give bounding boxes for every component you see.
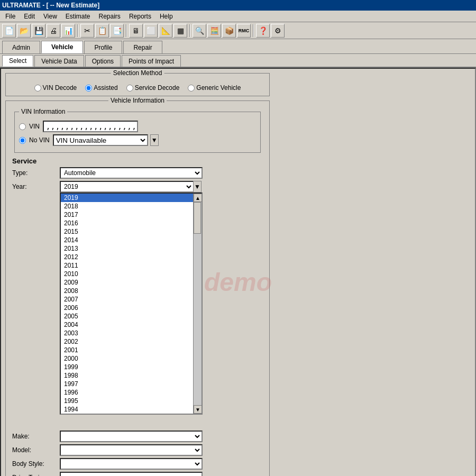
year-item-2000[interactable]: 2000 xyxy=(61,354,193,363)
year-dropdown-arrow[interactable]: ▼ xyxy=(193,181,202,193)
model-dropdown[interactable] xyxy=(60,444,203,456)
year-item-1996[interactable]: 1996 xyxy=(61,388,193,397)
title-text: ULTRAMATE - [ -- New Estimate] xyxy=(2,2,99,9)
year-item-2010[interactable]: 2010 xyxy=(61,270,193,278)
year-item-1995[interactable]: 1995 xyxy=(61,397,193,405)
menu-repairs[interactable]: Repairs xyxy=(95,12,125,21)
type-control: Automobile Motorcycle Truck Van SUV xyxy=(60,167,263,179)
toolbar-package[interactable]: 📦 xyxy=(222,24,236,38)
year-item-2015[interactable]: 2015 xyxy=(61,227,193,236)
toolbar-search[interactable]: 🔍 xyxy=(193,24,206,38)
no-vin-radio-input[interactable] xyxy=(19,137,26,144)
type-label: Type: xyxy=(12,169,60,177)
drive-train-dropdown[interactable] xyxy=(60,472,203,476)
menu-edit[interactable]: Edit xyxy=(20,12,39,21)
radio-no-vin[interactable] xyxy=(19,137,26,144)
radio-service-decode[interactable]: Service Decode xyxy=(126,84,180,91)
no-vin-label: No VIN xyxy=(29,136,50,144)
type-dropdown[interactable]: Automobile Motorcycle Truck Van SUV xyxy=(60,167,203,179)
year-item-2014[interactable]: 2014 xyxy=(61,236,193,244)
toolbar-paste[interactable]: 📑 xyxy=(110,24,124,38)
toolbar-ruler[interactable]: 📐 xyxy=(159,24,172,38)
tab-profile[interactable]: Profile xyxy=(84,41,122,53)
subtab-options[interactable]: Options xyxy=(85,55,121,67)
menu-reports[interactable]: Reports xyxy=(125,12,155,21)
drive-train-row: Drive Train: xyxy=(10,472,265,476)
body-style-dropdown[interactable] xyxy=(60,458,203,470)
year-item-2002[interactable]: 2002 xyxy=(61,337,193,346)
vin-input[interactable] xyxy=(43,121,138,132)
type-row: Type: Automobile Motorcycle Truck Van SU… xyxy=(10,167,265,179)
year-item-1998[interactable]: 1998 xyxy=(61,371,193,380)
year-item-2001[interactable]: 2001 xyxy=(61,346,193,354)
scrollbar-down-arrow[interactable]: ▼ xyxy=(194,405,202,414)
toolbar-rmc[interactable]: RMC xyxy=(237,24,251,38)
year-item-2012[interactable]: 2012 xyxy=(61,253,193,261)
make-dropdown[interactable] xyxy=(60,431,203,442)
scrollbar-up-arrow[interactable]: ▲ xyxy=(194,194,202,202)
menu-help[interactable]: Help xyxy=(155,12,177,21)
year-item-1997[interactable]: 1997 xyxy=(61,380,193,388)
subtab-points-of-impact[interactable]: Points of Impact xyxy=(122,55,181,67)
toolbar-layout[interactable]: ▦ xyxy=(173,24,187,38)
vin-radio-input[interactable] xyxy=(19,123,26,130)
menu-estimate[interactable]: Estimate xyxy=(61,12,95,21)
toolbar-help[interactable]: ❓ xyxy=(256,24,270,38)
toolbar-separator-1 xyxy=(77,24,78,37)
subtab-vehicle-data[interactable]: Vehicle Data xyxy=(34,55,84,67)
year-list[interactable]: 2019 2018 2017 2016 2015 2014 2013 2012 … xyxy=(61,194,193,414)
menu-file[interactable]: File xyxy=(1,12,20,21)
year-item-2004[interactable]: 2004 xyxy=(61,321,193,329)
toolbar-new[interactable]: 📄 xyxy=(2,24,16,38)
year-item-1994[interactable]: 1994 xyxy=(61,405,193,414)
year-item-2019[interactable]: 2019 xyxy=(61,194,193,202)
toolbar-separator-2 xyxy=(126,24,127,37)
year-item-1999[interactable]: 1999 xyxy=(61,363,193,371)
year-item-2016[interactable]: 2016 xyxy=(61,219,193,227)
radio-assisted[interactable]: Assisted xyxy=(85,84,117,91)
year-dropdown-closed[interactable]: 2019 xyxy=(60,181,194,193)
menu-bar: File Edit View Estimate Repairs Reports … xyxy=(0,11,476,22)
toolbar-open[interactable]: 📂 xyxy=(17,24,31,38)
menu-view[interactable]: View xyxy=(39,12,61,21)
tab-admin[interactable]: Admin xyxy=(2,41,40,53)
drive-train-label: Drive Train: xyxy=(12,474,60,476)
toolbar: 📄 📂 💾 🖨 📊 ✂ 📋 📑 🖥 ⬜ 📐 ▦ 🔍 🧮 📦 RMC ❓ ⚙ xyxy=(0,22,476,39)
selection-method-radios: VIN Decode Assisted Service Decode Gener… xyxy=(8,80,267,94)
toolbar-screen[interactable]: 🖥 xyxy=(129,24,143,38)
vin-label: VIN xyxy=(29,123,40,130)
year-item-2003[interactable]: 2003 xyxy=(61,329,193,337)
toolbar-chart[interactable]: 📊 xyxy=(61,24,75,38)
subtab-select[interactable]: Select xyxy=(2,55,33,67)
year-item-2018[interactable]: 2018 xyxy=(61,202,193,210)
radio-generic-vehicle[interactable]: Generic Vehicle xyxy=(188,84,241,91)
year-scrollbar: ▲ ▼ xyxy=(193,194,202,414)
year-item-2017[interactable]: 2017 xyxy=(61,210,193,219)
year-item-2005[interactable]: 2005 xyxy=(61,312,193,321)
toolbar-cut[interactable]: ✂ xyxy=(80,24,94,38)
sub-tabs: Select Vehicle Data Options Points of Im… xyxy=(0,54,476,68)
year-item-2008[interactable]: 2008 xyxy=(61,287,193,295)
toolbar-box[interactable]: ⬜ xyxy=(144,24,158,38)
vin-radio-row: VIN xyxy=(19,121,256,132)
year-item-2011[interactable]: 2011 xyxy=(61,261,193,270)
year-dropdown-open[interactable]: 2019 2018 2017 2016 2015 2014 2013 2012 … xyxy=(60,193,203,415)
year-item-2013[interactable]: 2013 xyxy=(61,244,193,253)
scrollbar-thumb[interactable] xyxy=(194,202,201,234)
no-vin-select[interactable]: VIN Unavailable Not Available Other xyxy=(53,134,148,146)
toolbar-calc[interactable]: 🧮 xyxy=(207,24,221,38)
tab-repair[interactable]: Repair xyxy=(123,41,162,53)
toolbar-print[interactable]: 🖨 xyxy=(47,24,60,38)
tab-vehicle[interactable]: Vehicle xyxy=(41,41,83,53)
radio-vin[interactable] xyxy=(19,123,26,130)
toolbar-copy[interactable]: 📋 xyxy=(95,24,109,38)
toolbar-settings[interactable]: ⚙ xyxy=(271,24,285,38)
selection-method-title: Selection Method xyxy=(111,69,164,77)
no-vin-dropdown-arrow[interactable]: ▼ xyxy=(150,134,159,146)
year-item-2009[interactable]: 2009 xyxy=(61,278,193,287)
year-item-2007[interactable]: 2007 xyxy=(61,295,193,304)
vin-group-title: VIN Information xyxy=(19,108,67,115)
toolbar-save[interactable]: 💾 xyxy=(32,24,45,38)
radio-vin-decode[interactable]: VIN Decode xyxy=(34,84,77,91)
year-item-2006[interactable]: 2006 xyxy=(61,304,193,312)
